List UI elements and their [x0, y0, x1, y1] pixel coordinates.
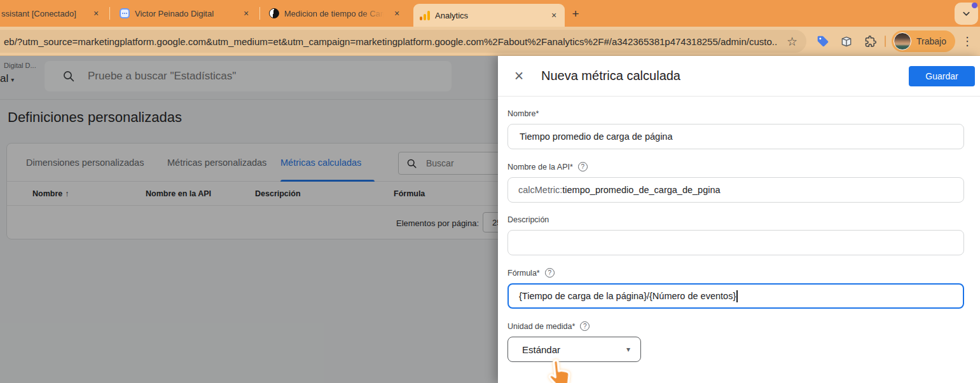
close-icon[interactable]: ×: [548, 10, 560, 21]
help-icon[interactable]: ?: [545, 268, 555, 278]
tab-label: ssistant [Conectado]: [1, 9, 85, 18]
omnibox[interactable]: eb/?utm_source=marketingplatform.google.…: [0, 30, 806, 53]
notion-favicon-icon: [269, 8, 279, 18]
field-nombre: Nombre*: [507, 109, 964, 149]
tab-search-button[interactable]: [955, 3, 978, 25]
tab-medicion-carga[interactable]: Medicion de tiempo de Carga ×: [263, 0, 408, 27]
tab-strip: ssistant [Conectado] × Victor Peinado Di…: [0, 0, 980, 27]
url-text: eb/?utm_source=marketingplatform.google.…: [4, 36, 778, 47]
tab-assistant[interactable]: ssistant [Conectado] ×: [0, 0, 107, 27]
bookmark-star-icon[interactable]: ☆: [787, 34, 797, 49]
close-icon[interactable]: ×: [509, 67, 528, 86]
reading-list-extension-icon[interactable]: [838, 32, 855, 50]
close-icon[interactable]: ×: [240, 8, 252, 19]
unidad-label: Unidad de medida* ?: [507, 321, 964, 331]
api-prefix: calcMetric:: [518, 185, 562, 195]
nombre-input-wrap: [507, 124, 964, 149]
field-unidad-medida: Unidad de medida* ? Estándar ▾: [507, 321, 964, 362]
browser-window: ssistant [Conectado] × Victor Peinado Di…: [0, 0, 980, 383]
api-value: tiempo_promedio_de_carga_de_pgina: [562, 185, 720, 195]
google-analytics-favicon-icon: [420, 10, 430, 20]
api-name-label: Nombre de la API* ?: [507, 162, 964, 171]
save-button[interactable]: Guardar: [909, 66, 975, 86]
toolbar-actions: Trabajo ⋮: [814, 27, 980, 56]
close-icon[interactable]: ×: [391, 8, 403, 19]
unidad-dropdown[interactable]: Estándar ▾: [507, 337, 641, 362]
tab-label: Analytics: [435, 11, 543, 20]
analytics-page: Digital D... al▾ Definiciones personaliz…: [0, 56, 498, 383]
text-caret: [736, 290, 738, 302]
nombre-input[interactable]: [518, 131, 953, 142]
avatar: [894, 32, 911, 50]
formula-input[interactable]: {Tiempo de carga de la página}/{Número d…: [507, 283, 964, 309]
field-api-name: Nombre de la API* ? calcMetric:tiempo_pr…: [507, 162, 964, 203]
browser-menu-icon[interactable]: ⋮: [961, 34, 974, 48]
descripcion-input-wrap: [507, 230, 964, 255]
profile-chip[interactable]: Trabajo: [892, 30, 955, 52]
modal-scrim[interactable]: [0, 56, 498, 383]
formula-label: Fórmula* ?: [507, 268, 964, 278]
profile-name: Trabajo: [916, 36, 946, 46]
descripcion-input[interactable]: [518, 237, 953, 248]
tag-assistant-extension-icon[interactable]: [814, 32, 832, 50]
tab-label: Victor Peinado Digital: [135, 9, 235, 18]
api-name-input[interactable]: calcMetric:tiempo_promedio_de_carga_de_p…: [507, 177, 964, 203]
dropdown-arrow-icon: ▾: [626, 345, 630, 354]
nombre-label: Nombre*: [507, 109, 964, 118]
help-icon[interactable]: ?: [578, 162, 588, 171]
drawer-header: × Nueva métrica calculada Guardar: [498, 56, 980, 97]
tab-label: Medicion de tiempo de Carga: [284, 9, 386, 18]
descripcion-label: Descripción: [507, 215, 964, 224]
field-formula: Fórmula* ? {Tiempo de carga de la página…: [507, 268, 964, 309]
drawer-title: Nueva métrica calculada: [541, 69, 680, 83]
tab-analytics-active[interactable]: Analytics ×: [413, 4, 565, 27]
chevron-down-icon: [962, 9, 971, 18]
close-icon[interactable]: ×: [90, 8, 102, 19]
field-descripcion: Descripción: [507, 215, 964, 255]
chat-favicon-icon: [120, 8, 130, 18]
help-icon[interactable]: ?: [580, 321, 590, 331]
notification-dot: [972, 3, 977, 8]
tab-victor-peinado[interactable]: Victor Peinado Digital ×: [113, 0, 257, 27]
toolbar-separator: [885, 36, 886, 47]
drawer-body: Nombre* Nombre de la API* ? calcMetric:t…: [498, 97, 980, 362]
new-calculated-metric-drawer: × Nueva métrica calculada Guardar Nombre…: [498, 56, 980, 383]
tab-separator: [109, 7, 110, 20]
tab-separator: [259, 7, 260, 20]
new-tab-button[interactable]: +: [567, 6, 584, 22]
extensions-puzzle-icon[interactable]: [861, 32, 879, 50]
unidad-selected-value: Estándar: [522, 344, 560, 355]
formula-value: {Tiempo de carga de la página}/{Número d…: [519, 291, 736, 301]
